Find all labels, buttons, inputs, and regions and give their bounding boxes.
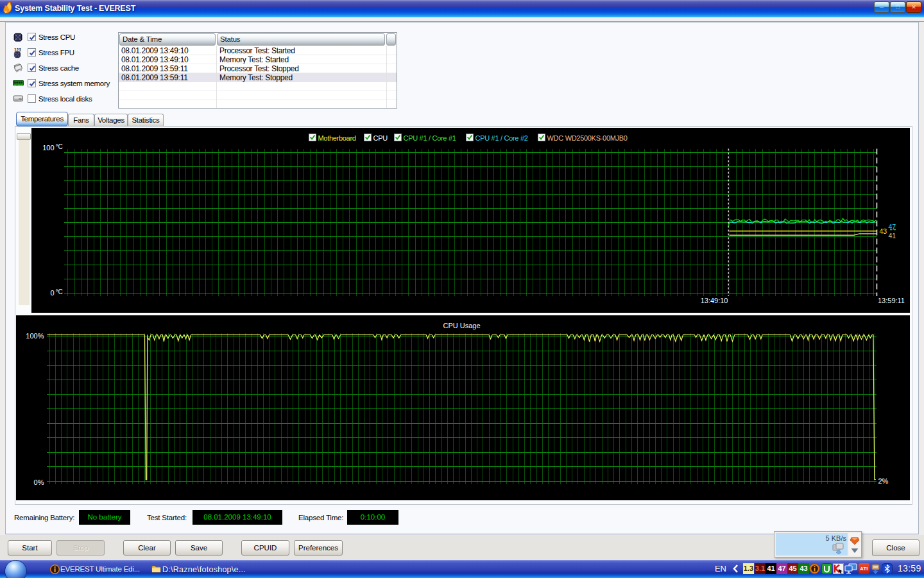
svg-text:CPU Usage: CPU Usage (443, 322, 480, 329)
svg-text:WDC WD2500KS-00MJB0: WDC WD2500KS-00MJB0 (547, 134, 627, 142)
svg-text:CPU: CPU (373, 134, 388, 142)
svg-text:47: 47 (888, 223, 896, 231)
svg-text:0%: 0% (33, 478, 44, 486)
svg-text:0: 0 (50, 289, 54, 297)
svg-text:100%: 100% (26, 332, 44, 340)
svg-text:13:49:10: 13:49:10 (700, 297, 728, 304)
svg-text:2%: 2% (878, 477, 888, 485)
svg-text:°C: °C (55, 288, 62, 295)
svg-text:CPU #1 / Core #1: CPU #1 / Core #1 (403, 134, 456, 142)
svg-text:°C: °C (55, 143, 62, 150)
svg-text:41: 41 (888, 232, 896, 240)
svg-text:Motherboard: Motherboard (318, 134, 355, 142)
svg-text:43: 43 (879, 227, 887, 235)
svg-text:CPU #1 / Core #2: CPU #1 / Core #2 (475, 134, 527, 142)
svg-text:13:59:11: 13:59:11 (877, 297, 904, 304)
svg-text:100: 100 (42, 144, 54, 152)
